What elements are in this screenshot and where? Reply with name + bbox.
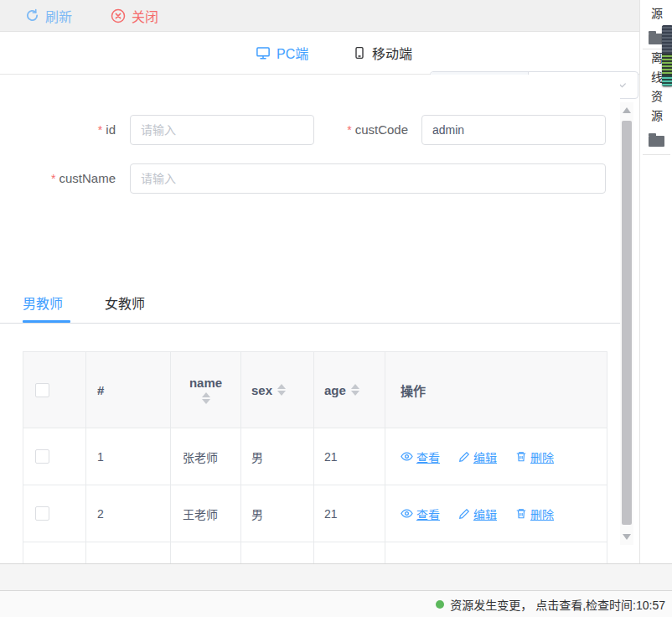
header-index: # <box>86 352 171 428</box>
top-toolbar: 刷新 关闭 <box>0 0 639 32</box>
cell-actions: 查看 编辑 删除 <box>385 542 605 563</box>
scroll-down-arrow[interactable] <box>623 534 631 540</box>
custcode-input[interactable] <box>421 115 606 145</box>
footer-spacer-band <box>0 563 672 591</box>
refresh-icon <box>25 8 39 23</box>
eye-icon <box>401 450 413 463</box>
teacher-tabs: 男教师 女教师 <box>0 293 620 324</box>
tabs-divider <box>0 323 620 324</box>
right-side-panel: 播源 离线资源 <box>639 0 672 563</box>
table-row: 2 王老师 男 21 查看 编辑 删除 <box>23 485 607 542</box>
close-circle-icon <box>111 8 126 23</box>
id-input[interactable] <box>130 115 314 145</box>
mobile-icon <box>353 45 366 60</box>
delete-link[interactable]: 删除 <box>515 506 554 522</box>
view-tabbar: PC端 移动端 状态 新增 <box>0 32 639 75</box>
row-checkbox[interactable] <box>35 506 49 521</box>
row-checkbox[interactable] <box>35 449 49 464</box>
content-scrollbar[interactable] <box>620 102 633 545</box>
refresh-button[interactable]: 刷新 <box>25 6 72 26</box>
table-row: 3 李老师 男 23 查看 编辑 删除 <box>23 542 607 563</box>
cell-sex: 男 <box>241 485 314 542</box>
table-row: 1 张老师 男 21 查看 编辑 删除 <box>23 428 607 485</box>
cell-index: 1 <box>86 428 171 485</box>
header-age[interactable]: age <box>314 352 385 428</box>
status-bar: 资源发生变更， 点击查看,检查时间:10:57 <box>0 591 672 617</box>
monitor-icon <box>256 45 271 60</box>
tab-female-teacher[interactable]: 女教师 <box>105 293 145 313</box>
teacher-table: # name sex age 操作 1 张老师 <box>23 351 607 563</box>
panel-scrollbar-thumb[interactable] <box>662 25 672 86</box>
header-sex[interactable]: sex <box>241 352 314 428</box>
header-actions: 操作 <box>385 352 605 428</box>
scroll-up-arrow[interactable] <box>623 107 631 113</box>
sort-icon[interactable] <box>202 392 210 404</box>
id-field-label: *id <box>0 115 116 145</box>
sort-icon[interactable] <box>277 384 286 396</box>
pencil-icon <box>458 451 470 463</box>
view-link[interactable]: 查看 <box>401 448 440 465</box>
cell-name: 张老师 <box>171 428 241 485</box>
delete-link[interactable]: 删除 <box>515 448 554 465</box>
cell-sex: 男 <box>241 542 314 563</box>
folder-icon <box>649 136 664 147</box>
panel-divider <box>643 154 670 155</box>
header-name[interactable]: name <box>171 352 241 428</box>
custcode-field-label: *custCode <box>318 115 408 145</box>
close-label: 关闭 <box>132 6 158 26</box>
edit-link[interactable]: 编辑 <box>458 448 497 465</box>
custname-field-label: *custName <box>0 163 116 194</box>
cell-name: 李老师 <box>171 542 241 563</box>
required-asterisk: * <box>347 123 351 137</box>
tab-pc-label: PC端 <box>277 43 308 63</box>
select-all-checkbox[interactable] <box>35 383 49 397</box>
cell-age: 21 <box>314 485 385 542</box>
main-content: *id *custCode *custName 男教师 女教师 # <box>0 75 620 563</box>
header-checkbox-cell <box>23 352 86 428</box>
cell-index: 2 <box>86 485 171 542</box>
cell-actions: 查看 编辑 删除 <box>385 485 605 542</box>
tab-male-teacher[interactable]: 男教师 <box>23 293 63 313</box>
scrollbar-thumb[interactable] <box>622 121 632 525</box>
status-dot-icon <box>436 600 444 609</box>
cell-age: 23 <box>314 542 385 563</box>
required-asterisk: * <box>51 172 55 185</box>
trash-icon <box>515 450 527 463</box>
edit-link[interactable]: 编辑 <box>458 506 497 522</box>
refresh-label: 刷新 <box>45 6 72 26</box>
trash-icon <box>515 507 527 520</box>
sort-icon[interactable] <box>351 384 359 396</box>
pencil-icon <box>458 508 470 520</box>
eye-icon <box>401 507 413 520</box>
custname-input[interactable] <box>130 163 606 194</box>
cell-actions: 查看 编辑 删除 <box>385 428 605 485</box>
cell-sex: 男 <box>241 428 314 485</box>
tab-mobile-label: 移动端 <box>372 43 412 63</box>
table-header-row: # name sex age 操作 <box>23 352 607 428</box>
app-window: 刷新 关闭 PC端 移动端 <box>0 0 672 617</box>
status-message[interactable]: 资源发生变更， 点击查看,检查时间:10:57 <box>450 596 665 613</box>
tab-pc[interactable]: PC端 <box>256 32 308 74</box>
close-button[interactable]: 关闭 <box>111 6 158 26</box>
tab-mobile[interactable]: 移动端 <box>353 32 412 74</box>
cell-age: 21 <box>314 428 385 485</box>
cell-index: 3 <box>86 542 171 563</box>
side-item-label: 播源 <box>648 0 664 27</box>
required-asterisk: * <box>98 123 102 137</box>
cell-name: 王老师 <box>171 485 241 542</box>
view-link[interactable]: 查看 <box>401 506 440 522</box>
